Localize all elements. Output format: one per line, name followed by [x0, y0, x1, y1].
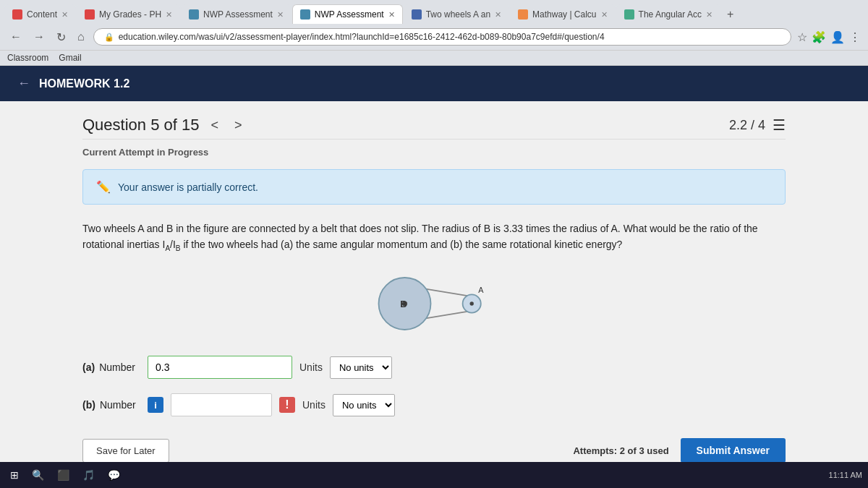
search-button[interactable]: 🔍 [27, 466, 48, 477]
new-tab-button[interactable]: + [721, 5, 739, 24]
bookmark-label: Classroom [7, 53, 48, 63]
question-list-icon[interactable]: ☰ [773, 116, 786, 134]
part-a-units-label: Units [299, 361, 323, 373]
tab-close-icon[interactable]: ✕ [277, 10, 284, 20]
svg-text:B: B [400, 299, 407, 309]
lock-icon: 🔒 [104, 33, 114, 42]
svg-text:A: A [478, 286, 484, 294]
tab-angular[interactable]: The Angular Acc ✕ [616, 4, 720, 24]
svg-point-5 [470, 301, 474, 305]
tab-close-icon[interactable]: ✕ [706, 10, 712, 20]
tab-label: NWP Assessment [203, 9, 273, 20]
part-a-input[interactable] [148, 356, 292, 379]
page: ← HOMEWORK 1.2 Question 5 of 15 < > 2.2 … [0, 66, 868, 477]
tab-label: The Angular Acc [639, 9, 702, 20]
score-area: 2.2 / 4 ☰ [729, 116, 786, 134]
figure-area: B A [82, 267, 786, 340]
tab-favicon [189, 9, 199, 20]
next-question-button[interactable]: > [230, 116, 247, 134]
taskview-button[interactable]: ⬛ [53, 466, 74, 477]
submit-answer-button[interactable]: Submit Answer [681, 438, 786, 463]
attempt-status: Current Attempt in Progress [82, 139, 786, 158]
extension-icon[interactable]: 🧩 [812, 30, 826, 44]
tab-label: NWP Assessment [315, 9, 384, 20]
homework-title: HOMEWORK 1.2 [39, 77, 129, 90]
partial-correct-banner: ✏️ Your answer is partially correct. [82, 169, 786, 205]
info-icon[interactable]: i [148, 397, 163, 413]
part-b-label: (b) Number [82, 399, 140, 411]
tab-content[interactable]: Content ✕ [4, 4, 76, 24]
tab-bar: Content ✕ My Grades - PH ✕ NWP Assessmen… [0, 0, 868, 24]
warning-icon[interactable]: ! [279, 397, 295, 413]
attempts-text: Attempts: 2 of 3 used [573, 445, 668, 456]
tab-close-icon[interactable]: ✕ [388, 10, 395, 20]
part-a-units-select[interactable]: No units [330, 356, 392, 379]
right-actions: Attempts: 2 of 3 used Submit Answer [573, 438, 786, 463]
tab-my-grades[interactable]: My Grades - PH ✕ [77, 4, 180, 24]
tab-label: Content [27, 9, 57, 20]
question-body: Two wheels A and B in the figure are con… [82, 221, 786, 254]
top-nav: ← HOMEWORK 1.2 [0, 66, 868, 101]
profile-icon[interactable]: 👤 [830, 30, 845, 44]
tab-close-icon[interactable]: ✕ [495, 10, 501, 20]
tab-close-icon[interactable]: ✕ [166, 10, 172, 20]
question-nav: Question 5 of 15 < > [82, 116, 246, 134]
tab-favicon [85, 9, 95, 20]
back-button[interactable]: ← [7, 29, 25, 45]
tab-favicon [412, 9, 422, 20]
bottom-actions: Save for Later Attempts: 2 of 3 used Sub… [82, 431, 786, 463]
save-for-later-button[interactable]: Save for Later [82, 439, 169, 463]
spotify-button[interactable]: 🎵 [78, 466, 99, 477]
url-box[interactable]: 🔒 education.wiley.com/was/ui/v2/assessme… [93, 28, 791, 46]
answer-row-a: (a) Number Units No units [82, 356, 786, 379]
menu-icon[interactable]: ⋮ [849, 30, 861, 44]
address-bar: ← → ↻ ⌂ 🔒 education.wiley.com/was/ui/v2/… [0, 24, 868, 51]
answer-row-b: (b) Number i ! Units No units [82, 393, 786, 416]
taskbar: ⊞ 🔍 ⬛ 🎵 💬 11:11 AM [0, 462, 868, 477]
question-title: Question 5 of 15 [82, 116, 199, 134]
bookmark-gmail[interactable]: Gmail [59, 53, 81, 63]
bookmark-bar: Classroom Gmail [0, 51, 868, 66]
start-button[interactable]: ⊞ [6, 466, 23, 477]
back-arrow-icon[interactable]: ← [17, 76, 30, 91]
home-button[interactable]: ⌂ [75, 29, 88, 45]
part-a-letter: (a) [82, 361, 95, 373]
prev-question-button[interactable]: < [206, 116, 223, 134]
url-text: education.wiley.com/was/ui/v2/assessment… [119, 32, 780, 42]
tab-label: Two wheels A an [426, 9, 490, 20]
wheels-figure: B A [369, 267, 499, 340]
tab-label: Mathway | Calcu [532, 9, 596, 20]
tab-two-wheels[interactable]: Two wheels A an ✕ [404, 4, 509, 24]
main-content: Question 5 of 15 < > 2.2 / 4 ☰ Current A… [65, 101, 803, 477]
tab-favicon [300, 9, 310, 20]
part-a-type: Number [99, 361, 135, 373]
question-header: Question 5 of 15 < > 2.2 / 4 ☰ [82, 116, 786, 134]
tab-nwp2[interactable]: NWP Assessment ✕ [292, 4, 403, 24]
tab-close-icon[interactable]: ✕ [601, 10, 608, 20]
partial-correct-text: Your answer is partially correct. [118, 181, 258, 193]
score-value: 2.2 / 4 [729, 118, 765, 133]
reload-button[interactable]: ↻ [54, 29, 69, 46]
taskbar-right: 11:11 AM [829, 471, 862, 477]
address-icons: ☆ 🧩 👤 ⋮ [797, 30, 861, 44]
bookmark-star-icon[interactable]: ☆ [797, 30, 807, 44]
part-b-units-select[interactable]: No units [333, 394, 395, 416]
chat-button[interactable]: 💬 [103, 466, 124, 477]
part-b-input[interactable] [171, 393, 272, 416]
part-b-units-label: Units [302, 399, 326, 411]
forward-button[interactable]: → [30, 29, 48, 45]
bookmark-label: Gmail [59, 53, 81, 63]
bookmark-classroom[interactable]: Classroom [7, 53, 48, 63]
tab-close-icon[interactable]: ✕ [61, 10, 68, 20]
tab-favicon [518, 9, 528, 20]
pencil-icon: ✏️ [96, 180, 111, 194]
part-a-label: (a) Number [82, 361, 140, 373]
tab-favicon [624, 9, 634, 20]
part-b-letter: (b) [82, 399, 95, 411]
tab-nwp1[interactable]: NWP Assessment ✕ [181, 4, 292, 24]
tab-favicon [12, 9, 22, 20]
tab-label: My Grades - PH [99, 9, 161, 20]
tab-mathway[interactable]: Mathway | Calcu ✕ [510, 4, 615, 24]
part-b-type: Number [100, 399, 136, 411]
taskbar-clock: 11:11 AM [829, 471, 862, 477]
